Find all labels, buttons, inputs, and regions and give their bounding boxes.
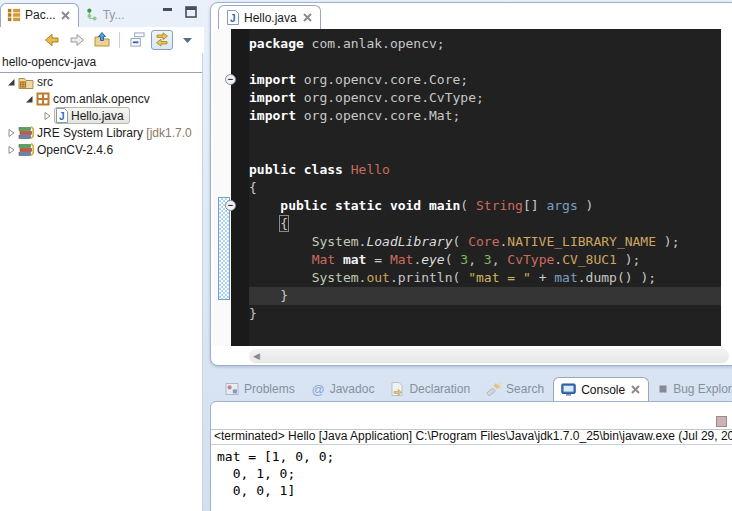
svg-text:J: J [59,111,65,122]
package-explorer-icon [7,8,21,22]
left-panel-tabbar: Pac...Ty... [0,0,204,27]
tree-collapsed-icon[interactable] [4,143,18,157]
code-line-16: } [249,305,721,323]
scroll-left-arrow-icon[interactable]: ◀ [253,351,260,361]
svg-text:@: @ [311,382,324,396]
code-editor: J Hello.java package com.anlak.opencv;im… [210,2,732,366]
toolbar-separator [119,32,120,48]
code-line-4: import org.opencv.core.CvType; [249,89,721,107]
declaration-icon [390,382,404,396]
console-output[interactable]: mat = [1, 0, 0; 0, 1, 0; 0, 0, 1] [211,445,732,499]
console-output-line: 0, 0, 1] [217,482,732,499]
tab-bug-explorer[interactable]: Bug Explorer [651,377,732,401]
tab-javadoc[interactable]: @Javadoc [304,377,382,401]
back-arrow-icon [44,33,60,47]
link-with-editor-button[interactable] [151,30,173,50]
editor-viewport[interactable]: package com.anlak.opencv;import org.open… [213,29,721,346]
tab-label: Console [581,383,625,397]
src-folder-icon [18,75,34,89]
view-tab-label: Ty... [103,8,125,22]
eclipse-workbench: { "left_panel": { "tabs": [ { "label": "… [0,0,732,511]
search-icon [486,382,501,396]
tab-declaration[interactable]: Declaration [383,377,477,401]
tab-label: Problems [244,382,295,396]
view-tab-pac[interactable]: Pac... [0,3,79,27]
package-explorer-panel: Pac...Ty... hello-opencv-java srccom.anl… [0,0,204,511]
tab-label: Javadoc [330,382,375,396]
svg-text:J: J [230,13,236,24]
code-line-2 [249,53,721,71]
tab-label: Bug Explorer [673,382,732,396]
package-icon [36,92,50,106]
tab-label: Search [506,382,544,396]
up-folder-icon [94,32,110,47]
problems-icon [225,382,239,396]
chevron-down-icon [182,36,193,44]
code-line-14: System.out.println( "mat = " + mat.dump(… [249,269,721,287]
link-editor-icon [154,32,170,47]
tree-item-src[interactable]: src [0,73,202,90]
back-button[interactable] [41,30,63,50]
code-line-13: Mat mat = Mat.eye( 3, 3, CvType.CV_8UC1 … [249,251,721,269]
tab-search[interactable]: Search [479,377,551,401]
tree-item-suffix: [jdk1.7.0 [143,126,192,140]
minimize-icon[interactable] [161,5,175,19]
console-view: <terminated> Hello [Java Application] C:… [210,401,732,511]
tree-expanded-icon[interactable] [22,92,36,106]
code-line-3: import org.opencv.core.Core; [249,71,721,89]
console-icon [561,383,576,397]
view-tab-label: Pac... [25,8,56,22]
square-icon [658,384,668,394]
console-process-title: <terminated> Hello [Java Application] C:… [211,429,732,445]
project-name[interactable]: hello-opencv-java [0,53,202,73]
collapse-all-button[interactable] [126,30,148,50]
console-tabbar: Problems@JavadocDeclarationSearchConsole… [210,374,732,401]
fold-collapse-icon[interactable]: − [225,200,236,211]
view-tab-ty[interactable]: Ty... [79,3,132,27]
tree-expanded-icon[interactable] [4,75,18,89]
library-icon [18,125,34,140]
editor-tab-label: Hello.java [244,11,297,25]
console-panel: Problems@JavadocDeclarationSearchConsole… [210,374,732,511]
up-button[interactable] [91,30,113,50]
package-explorer-toolbar [0,27,204,53]
editor-tabbar: J Hello.java [211,3,732,29]
tab-problems[interactable]: Problems [218,377,302,401]
tab-console[interactable]: Console [553,377,649,401]
close-icon[interactable] [60,10,71,21]
code-line-12: System.LoadLibrary( Core.NATIVE_LIBRARY_… [249,233,721,251]
code-line-15: } [249,287,721,305]
selected-tree-item: JHello.java [54,107,130,124]
horizontal-scrollbar[interactable]: ◀ [249,349,729,363]
code-line-1: package com.anlak.opencv; [249,35,721,53]
maximize-icon[interactable] [184,5,198,19]
tab-hello-java[interactable]: J Hello.java [218,5,321,29]
code-line-6 [249,125,721,143]
forward-button[interactable] [66,30,88,50]
tree-collapsed-icon[interactable] [4,126,18,140]
code-line-9: { [249,179,721,197]
code-line-8: public class Hello [249,161,721,179]
tree-collapsed-icon[interactable] [40,109,54,123]
close-icon[interactable] [630,384,641,395]
forward-arrow-icon [69,33,85,47]
java-file-icon: J [226,10,239,25]
tab-label: Declaration [409,382,470,396]
collapse-all-icon [130,32,145,47]
view-menu-button[interactable] [176,30,198,50]
tree-item-label: JRE System Library [jdk1.7.0 [34,126,195,140]
tree-item-label: src [34,75,56,89]
code-text[interactable]: package com.anlak.opencv;import org.open… [249,29,721,346]
java-file-icon: J [55,108,68,123]
tree-item-jre-system-library[interactable]: JRE System Library [jdk1.7.0 [0,124,202,141]
fold-collapse-icon[interactable]: − [225,74,236,85]
tree-item-com-anlak-opencv[interactable]: com.anlak.opencv [0,90,202,107]
console-toolbar-button[interactable] [716,416,727,427]
package-explorer-tree: hello-opencv-java srccom.anlak.opencvJHe… [0,53,203,511]
code-line-11: { [249,215,721,233]
tree-item-label: com.anlak.opencv [50,92,153,106]
code-line-10: public static void main( String[] args ) [249,197,721,215]
tree-item-opencv-2-4-6[interactable]: OpenCV-2.4.6 [0,141,202,158]
close-icon[interactable] [302,12,313,23]
tree-item-hello-java[interactable]: JHello.java [0,107,202,124]
